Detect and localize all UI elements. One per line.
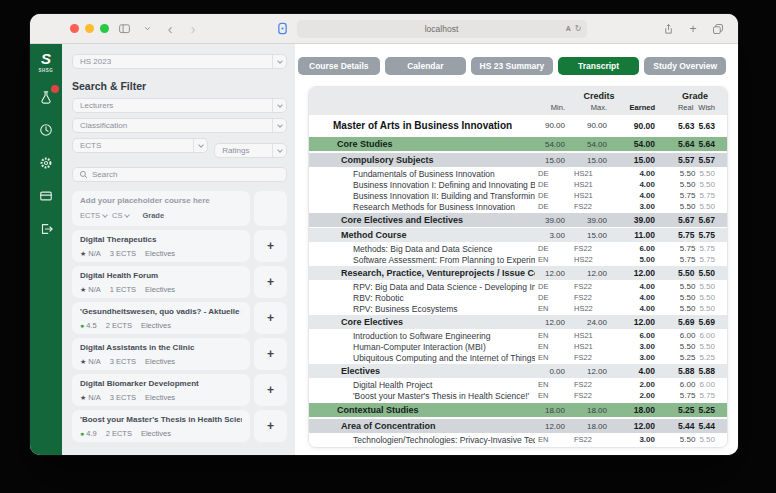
row-name: Electives — [309, 366, 535, 376]
row-grade-wish: 5.67 — [698, 215, 715, 225]
browser-toolbar: ‹ › localhost A ↻ + — [30, 14, 738, 44]
row-semester — [571, 367, 574, 376]
row-semester: HS21 — [571, 331, 593, 340]
add-course-button[interactable]: + — [254, 266, 287, 298]
address-bar[interactable]: localhost A ↻ — [297, 20, 587, 38]
row-grade-real: 5.75 — [680, 191, 696, 200]
forward-button[interactable]: › — [185, 21, 201, 37]
flask-icon[interactable] — [38, 89, 54, 105]
ratings-select[interactable]: Ratings — [214, 143, 287, 158]
tab[interactable]: Calendar — [385, 57, 467, 75]
course-ects: 2 ECTS — [106, 321, 132, 330]
placeholder-cs-select[interactable]: CS — [112, 211, 129, 220]
row-semester — [571, 231, 574, 240]
classification-select-placeholder: Classification — [80, 121, 272, 130]
tab[interactable]: Study Overview — [644, 57, 726, 75]
plus-icon: + — [267, 276, 274, 288]
share-icon[interactable] — [660, 21, 676, 37]
logout-icon[interactable] — [38, 221, 54, 237]
row-credits-earned: 3.00 — [613, 435, 663, 444]
new-tab-icon[interactable]: + — [685, 21, 701, 37]
row-semester — [571, 140, 574, 149]
transcript-row: 'Boost your Master's Thesis in Health Sc… — [309, 390, 727, 401]
transcript-row: Core Electives 12.00 24.00 12.00 — [309, 315, 727, 329]
semester-select[interactable]: HS 2023 — [72, 54, 287, 69]
clock-icon[interactable] — [38, 122, 54, 138]
add-course-button[interactable]: + — [254, 302, 287, 334]
filter-panel: HS 2023 Search & Filter Lecturers Classi… — [62, 44, 295, 455]
course-rating: N/A — [88, 249, 101, 258]
row-credits-earned: 15.00 — [613, 155, 663, 165]
course-title: Digital Health Forum — [80, 271, 242, 280]
add-course-button[interactable]: + — [254, 230, 287, 262]
lecturers-select[interactable]: Lecturers — [72, 98, 287, 113]
tab[interactable]: Course Details — [298, 57, 380, 75]
row-grade-wish: 5.50 — [699, 202, 715, 211]
minimize-window-button[interactable] — [85, 24, 94, 33]
row-semester — [571, 422, 574, 431]
row-language — [535, 156, 538, 165]
course-card[interactable]: 'Boost your Master's Thesis in Health Sc… — [72, 410, 250, 442]
add-course-button[interactable]: + — [254, 338, 287, 370]
row-semester: HS21 — [571, 180, 593, 189]
shield-icon[interactable] — [275, 21, 291, 37]
sidebar-toggle-icon[interactable] — [116, 21, 132, 37]
row-grade-wish: 5.50 — [699, 293, 715, 302]
row-language: EN — [535, 304, 548, 313]
row-semester: FS22 — [571, 380, 592, 389]
back-button[interactable]: ‹ — [162, 21, 178, 37]
row-language: EN — [535, 391, 548, 400]
search-icon — [79, 170, 88, 179]
wish-column-header: Wish — [698, 103, 715, 112]
course-meta: 4.9 2 ECTS Electives — [80, 429, 242, 438]
course-card[interactable]: Digital Assistants in the Clinic N/A 3 E… — [72, 338, 250, 370]
transcript-row: Method Course 3.00 15.00 11.00 — [309, 228, 727, 242]
row-grade-wish: 5.25 — [699, 353, 715, 362]
course-card[interactable]: Digital Biomarker Development N/A 3 ECTS… — [72, 374, 250, 406]
row-credits-earned: 6.00 — [613, 446, 663, 448]
tabs-overview-icon[interactable] — [710, 21, 726, 37]
add-course-button[interactable]: + — [254, 410, 287, 442]
transcript-table: Credits Grade Min. Max. Earned Real Wish — [308, 86, 728, 448]
row-name: Area of Concentration — [309, 421, 535, 431]
row-language: DE — [535, 282, 548, 291]
reload-icon[interactable]: ↻ — [575, 24, 582, 33]
translate-icon[interactable]: A — [566, 25, 571, 32]
chevron-down-icon — [272, 55, 286, 68]
row-grade-wish: 5.50 — [698, 268, 715, 278]
course-classification: Electives — [145, 285, 175, 294]
row-name: Business Innovation II: Building and Tra… — [309, 191, 535, 201]
row-credits-min: 12.00 — [545, 422, 571, 431]
app-logo: S SHSG — [39, 51, 54, 73]
row-credits-earned: 4.00 — [613, 282, 663, 291]
placeholder-ects-select[interactable]: ECTS — [80, 211, 107, 220]
course-card[interactable]: Digital Therapeutics N/A 3 ECTS Elective… — [72, 230, 250, 262]
course-ects: 3 ECTS — [110, 249, 136, 258]
ects-select[interactable]: ECTS — [72, 138, 208, 153]
placeholder-add-slot[interactable] — [254, 191, 287, 226]
course-list-item: 'Boost your Master's Thesis in Health Sc… — [72, 410, 287, 442]
search-input[interactable] — [92, 170, 280, 179]
course-rating: 4.5 — [86, 321, 96, 330]
course-card[interactable]: 'Gesundheitswesen, quo vadis? - Aktuelle… — [72, 302, 250, 334]
chevron-down-icon[interactable] — [139, 21, 155, 37]
row-grade-wish: 5.75 — [699, 191, 715, 200]
classification-select[interactable]: Classification — [72, 118, 287, 133]
ects-select-placeholder: ECTS — [80, 141, 193, 150]
course-card[interactable]: Digital Health Forum N/A 1 ECTS Elective… — [72, 266, 250, 298]
placeholder-grade-field[interactable]: Grade — [142, 211, 164, 220]
toolbar-right-icons: + — [660, 21, 726, 37]
row-semester: HS22 — [571, 446, 593, 448]
zoom-window-button[interactable] — [100, 24, 109, 33]
tab[interactable]: HS 23 Summary — [471, 57, 553, 75]
row-language: EN — [535, 380, 548, 389]
transcript-row: Research, Practice, Ventureprojects / Is… — [309, 266, 727, 280]
transcript-row: Business Innovation I: Defining and Inno… — [309, 179, 727, 190]
close-window-button[interactable] — [70, 24, 79, 33]
tab[interactable]: Transcript — [558, 57, 640, 75]
gear-icon[interactable] — [38, 155, 54, 171]
row-credits-max: 12.00 — [587, 367, 613, 376]
card-icon[interactable] — [38, 188, 54, 204]
add-course-button[interactable]: + — [254, 374, 287, 406]
transcript-row: Compulsory Subjects 15.00 15.00 15.00 — [309, 153, 727, 167]
